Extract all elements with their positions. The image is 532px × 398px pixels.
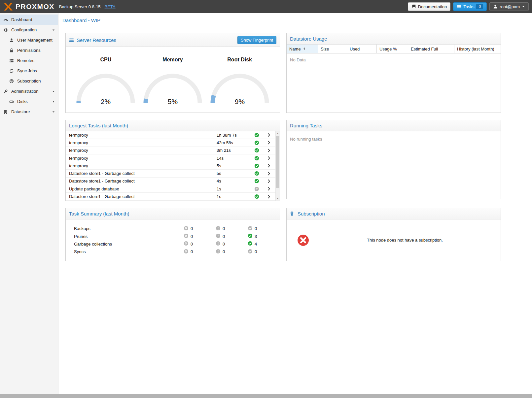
column-header-used[interactable]: Used <box>347 45 377 53</box>
task-name: Update package database <box>69 186 217 191</box>
scroll-down-icon[interactable]: ▼ <box>276 196 280 201</box>
task-name: Datastore store1 - Garbage collect <box>69 179 217 183</box>
task-status-ok-icon <box>251 163 262 168</box>
gauge-label: CPU <box>74 57 138 63</box>
task-row[interactable]: Datastore store1 - Garbage collect1s <box>66 193 275 200</box>
server-resources-title: Server Resources <box>77 37 116 43</box>
building-icon <box>3 110 8 114</box>
column-header-estimated-full[interactable]: Estimated Full <box>408 45 454 53</box>
summary-label: Syncs <box>74 249 184 254</box>
error-count-icon <box>184 241 189 247</box>
column-header-size[interactable]: Size <box>318 45 347 53</box>
sidebar-item-user-management[interactable]: User Management <box>0 35 58 45</box>
chevron-down-icon[interactable] <box>52 90 55 93</box>
column-label: Estimated Full <box>411 47 438 51</box>
task-status-unknown-icon: ? <box>251 186 262 191</box>
sidebar-item-subscription[interactable]: Subscription <box>0 76 58 86</box>
sidebar-item-sync-jobs[interactable]: Sync Jobs <box>0 66 58 76</box>
task-row[interactable]: Datastore store1 - Garbage collect4s <box>66 178 275 185</box>
open-task-chevron-icon[interactable] <box>262 186 275 191</box>
ok-count: 0 <box>255 249 257 254</box>
task-name: termproxy <box>69 156 217 161</box>
open-task-chevron-icon[interactable] <box>262 163 275 168</box>
warning-count: 0 <box>223 226 225 231</box>
task-summary-rows: Backups000Prunes003Garbage collections00… <box>66 219 280 261</box>
error-count: 0 <box>191 249 193 254</box>
column-header-name[interactable]: Name <box>287 45 318 53</box>
column-label: Size <box>321 47 329 51</box>
gauge-label: Root Disk <box>207 57 272 63</box>
open-task-chevron-icon[interactable] <box>262 179 275 183</box>
documentation-button[interactable]: Documentation <box>408 2 450 11</box>
user-menu-button[interactable]: root@pam <box>489 2 529 11</box>
sidebar-item-configuration[interactable]: Configuration <box>0 25 58 35</box>
svg-text:?: ? <box>256 187 258 191</box>
gauge-cpu: CPU2% <box>74 57 138 107</box>
no-subscription-icon <box>297 234 309 246</box>
open-task-chevron-icon[interactable] <box>262 194 275 199</box>
gauge-arc: 5% <box>141 71 204 106</box>
sidebar-item-label: Sync Jobs <box>17 68 55 73</box>
column-header-usage[interactable]: Usage % <box>377 45 408 53</box>
sidebar-item-disks[interactable]: Disks <box>0 96 58 107</box>
task-row[interactable]: termproxy1h 38m 7s <box>66 131 275 139</box>
scroll-up-icon[interactable]: ▲ <box>276 131 280 136</box>
remotes-icon <box>9 58 14 63</box>
task-list-icon <box>457 4 461 9</box>
open-task-chevron-icon[interactable] <box>262 156 275 160</box>
warning-count: 0 <box>223 234 225 239</box>
sidebar-item-permissions[interactable]: Permissions <box>0 45 58 55</box>
longest-tasks-title: Longest Tasks (last Month) <box>69 123 128 128</box>
proxmox-logo: PROXMOX <box>3 3 54 11</box>
longest-tasks-rows: termproxy1h 38m 7stermproxy42m 58stermpr… <box>66 131 275 201</box>
summary-row-garbage-collections: Garbage collections004 <box>66 240 280 248</box>
open-task-chevron-icon[interactable] <box>262 171 275 176</box>
beta-link[interactable]: BETA <box>105 4 116 9</box>
running-tasks-title: Running Tasks <box>290 123 322 128</box>
error-count: 0 <box>191 226 193 231</box>
task-summary-header: Task Summary (last Month) <box>66 208 280 219</box>
sidebar-item-datastore[interactable]: Datastore <box>0 107 58 117</box>
chevron-down-icon[interactable] <box>52 110 55 114</box>
scrollbar-thumb[interactable] <box>276 136 279 188</box>
open-task-chevron-icon[interactable] <box>262 133 275 137</box>
column-header-history-last-month[interactable]: History (last Month) <box>454 45 501 53</box>
sidebar-item-administration[interactable]: Administration <box>0 86 58 96</box>
chevron-right-icon[interactable] <box>52 100 55 103</box>
tasks-button[interactable]: Tasks 0 <box>453 2 487 11</box>
task-status-ok-icon <box>251 140 262 145</box>
brand-name: PROXMOX <box>16 3 54 11</box>
error-count: 0 <box>191 234 193 239</box>
summary-row-prunes: Prunes003 <box>66 232 280 240</box>
task-name: Datastore store1 - Garbage collect <box>69 194 217 199</box>
page-title: Dashboard - WIP <box>58 13 532 27</box>
running-tasks-header: Running Tasks <box>287 120 501 131</box>
vertical-scrollbar[interactable]: ▲ ▼ <box>275 131 280 201</box>
chevron-down-icon[interactable] <box>52 28 55 32</box>
task-row[interactable]: termproxy5s <box>66 162 275 170</box>
warning-count-icon <box>216 241 221 247</box>
task-row[interactable]: termproxy14s <box>66 154 275 162</box>
sidebar-item-label: Disks <box>17 99 49 104</box>
task-status-ok-icon <box>251 171 262 176</box>
sidebar-item-dashboard[interactable]: Dashboard <box>0 15 58 25</box>
task-row[interactable]: termproxy3m 21s <box>66 147 275 154</box>
hdd-icon <box>9 99 14 104</box>
refresh-icon <box>9 69 14 73</box>
error-count-icon <box>184 233 189 239</box>
warning-count-icon <box>216 249 221 255</box>
running-tasks-panel: Running Tasks No running tasks <box>286 120 501 199</box>
sidebar-item-label: Remotes <box>17 58 55 63</box>
open-task-chevron-icon[interactable] <box>262 148 275 153</box>
open-task-chevron-icon[interactable] <box>262 140 275 145</box>
task-row[interactable]: termproxy42m 58s <box>66 139 275 147</box>
datastore-usage-panel: Datastore Usage NameSizeUsedUsage %Estim… <box>286 33 501 113</box>
show-fingerprint-button[interactable]: Show Fingerprint <box>237 36 276 44</box>
sidebar-item-label: Permissions <box>17 48 55 53</box>
task-row[interactable]: Update package database1s? <box>66 185 275 193</box>
sidebar-nav: DashboardConfigurationUser ManagementPer… <box>0 13 58 394</box>
task-row[interactable]: Datastore store1 - Garbage collect5s <box>66 170 275 177</box>
book-icon <box>411 4 416 9</box>
sidebar-item-remotes[interactable]: Remotes <box>0 55 58 66</box>
warning-count: 0 <box>223 249 225 254</box>
